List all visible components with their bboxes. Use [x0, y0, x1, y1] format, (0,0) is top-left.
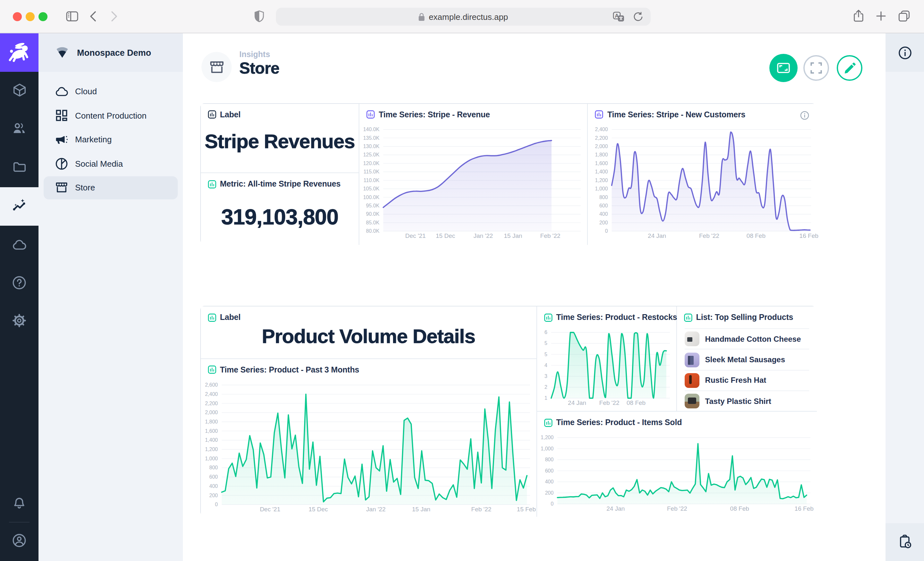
svg-text:1,200: 1,200 [541, 435, 554, 440]
reload-icon[interactable] [633, 11, 643, 24]
list-item[interactable]: Tasty Plastic Shirt [685, 390, 809, 411]
svg-text:800: 800 [545, 457, 554, 462]
label-text: Stripe Revenues [201, 130, 359, 153]
svg-text:130.0K: 130.0K [363, 144, 380, 149]
product-thumbnail [685, 394, 699, 409]
panel-title: Time Series: Product - Past 3 Months [220, 365, 359, 374]
module-users[interactable] [0, 110, 39, 149]
module-collections[interactable] [0, 72, 39, 110]
panel-title: Label [220, 313, 240, 322]
svg-text:200: 200 [600, 220, 608, 225]
module-cloud[interactable] [0, 227, 39, 265]
window-zoom-button[interactable] [39, 12, 48, 21]
module-help[interactable] [0, 265, 39, 303]
sidebar-item-social-media[interactable]: Social Media [39, 152, 183, 176]
svg-text:2: 2 [544, 384, 548, 390]
svg-text:1,800: 1,800 [596, 152, 608, 157]
module-notifications[interactable] [0, 484, 39, 522]
project-header[interactable]: Monospace Demo [39, 33, 183, 72]
cube-icon [12, 82, 27, 100]
panel-timeseries-stripe-new-customers[interactable]: Time Series: Stripe - New Customers 2,40… [588, 104, 816, 245]
stripe-new-customers-chart: 2,4002,2002,0001,8001,6001,4001,2001,000… [588, 104, 816, 245]
sidebar-item-cloud[interactable]: Cloud [39, 79, 183, 103]
page-icon[interactable] [201, 52, 232, 82]
svg-text:Dec '21: Dec '21 [405, 232, 426, 239]
window-close-button[interactable] [13, 12, 22, 21]
sidebar-item-label: Cloud [75, 87, 97, 96]
module-settings[interactable] [0, 303, 39, 341]
translate-icon[interactable]: A [613, 11, 624, 24]
fullscreen-button[interactable] [803, 55, 829, 81]
sidebar-item-content-production[interactable]: Content Production [39, 103, 183, 127]
panel-icon [595, 111, 603, 119]
edit-button[interactable] [837, 55, 862, 81]
svg-text:2,600: 2,600 [205, 382, 218, 387]
svg-text:Jan '22: Jan '22 [366, 506, 386, 512]
panel-label-stripe-revenues[interactable]: Label Stripe Revenues [201, 104, 359, 174]
url-text: example.directus.app [429, 12, 508, 21]
svg-text:5: 5 [544, 340, 548, 346]
module-insights[interactable] [0, 187, 39, 226]
gear-icon [12, 313, 27, 331]
svg-text:110.0K: 110.0K [363, 177, 380, 183]
svg-text:Feb '22: Feb '22 [540, 232, 561, 239]
list-item[interactable]: Rustic Fresh Hat [685, 370, 809, 391]
forward-button[interactable] [111, 11, 117, 22]
product-name: Handmade Cotton Cheese [705, 334, 801, 343]
new-tab-icon[interactable] [876, 11, 886, 21]
svg-text:1,000: 1,000 [205, 456, 218, 461]
panel-timeseries-product-restocks[interactable]: Time Series: Product - Restocks 65543212… [537, 307, 677, 411]
panel-timeseries-product-items-sold[interactable]: Time Series: Product - Items Sold 1,2001… [537, 411, 817, 517]
sidebar-item-marketing[interactable]: Marketing [39, 127, 183, 152]
panel-icon [208, 111, 216, 119]
svg-text:1,000: 1,000 [596, 186, 608, 191]
svg-text:15 Feb: 15 Feb [516, 506, 536, 512]
module-account[interactable] [0, 522, 39, 561]
svg-text:2,400: 2,400 [205, 391, 218, 396]
sidebar-item-label: Social Media [75, 159, 123, 169]
breadcrumb[interactable]: Insights [239, 50, 270, 59]
back-button[interactable] [90, 11, 96, 22]
sidebar-info-section[interactable] [885, 33, 924, 72]
sidebar-item-label: Content Production [75, 111, 147, 121]
svg-text:90.0K: 90.0K [366, 211, 380, 217]
panel-list-top-selling-products[interactable]: List: Top Selling Products Handmade Cott… [677, 307, 817, 411]
svg-text:15 Jan: 15 Jan [412, 506, 430, 512]
panel-title: Time Series: Product - Items Sold [556, 418, 682, 427]
cloud-icon [12, 237, 27, 255]
svg-text:400: 400 [600, 211, 608, 217]
store-icon [54, 181, 69, 195]
svg-text:125.0K: 125.0K [363, 152, 380, 157]
svg-text:15 Dec: 15 Dec [436, 232, 455, 239]
panel-group-product: Label Product Volume Details Time Series… [200, 306, 816, 516]
tab-overview-icon[interactable] [898, 10, 910, 22]
list-item[interactable]: Sleek Metal Sausages [685, 349, 809, 370]
panel-layout-button[interactable] [770, 54, 798, 82]
sidebar-toggle-icon[interactable] [66, 11, 78, 22]
panel-label-product-volume[interactable]: Label Product Volume Details [201, 307, 537, 359]
svg-text:5: 5 [544, 352, 548, 357]
activity-log-button[interactable] [885, 523, 924, 561]
panel-timeseries-stripe-revenue[interactable]: Time Series: Stripe - Revenue 140.0K135.… [359, 104, 588, 245]
clipboard-clock-icon [898, 535, 912, 549]
panel-timeseries-product-past-3-months[interactable]: Time Series: Product - Past 3 Months 2,6… [201, 359, 537, 517]
svg-text:0: 0 [550, 501, 554, 507]
window-minimize-button[interactable] [26, 12, 34, 21]
product-thumbnail [685, 373, 699, 388]
directus-logo[interactable] [0, 33, 39, 72]
product-items-sold-chart: 1,2001,000800600400200024 JanFeb '2208 F… [537, 411, 817, 517]
share-icon[interactable] [854, 10, 864, 22]
module-files[interactable] [0, 149, 39, 187]
svg-text:200: 200 [209, 492, 218, 498]
address-bar[interactable]: example.directus.app A [276, 8, 651, 25]
sidebar-item-store[interactable]: Store [39, 176, 183, 200]
privacy-shield-icon[interactable] [254, 10, 264, 22]
project-status-icon [54, 44, 70, 61]
panel-metric-stripe-revenues[interactable]: Metric: All-time Stripe Revenues 319,103… [201, 174, 359, 245]
svg-text:1,600: 1,600 [205, 428, 218, 434]
svg-text:600: 600 [600, 203, 608, 208]
product-name: Rustic Fresh Hat [705, 376, 766, 385]
list-item[interactable]: Handmade Cotton Cheese [685, 328, 809, 349]
product-past-3-months-chart: 2,6002,4002,2002,0001,8001,6001,4001,200… [201, 359, 536, 517]
svg-text:1,400: 1,400 [596, 169, 608, 174]
